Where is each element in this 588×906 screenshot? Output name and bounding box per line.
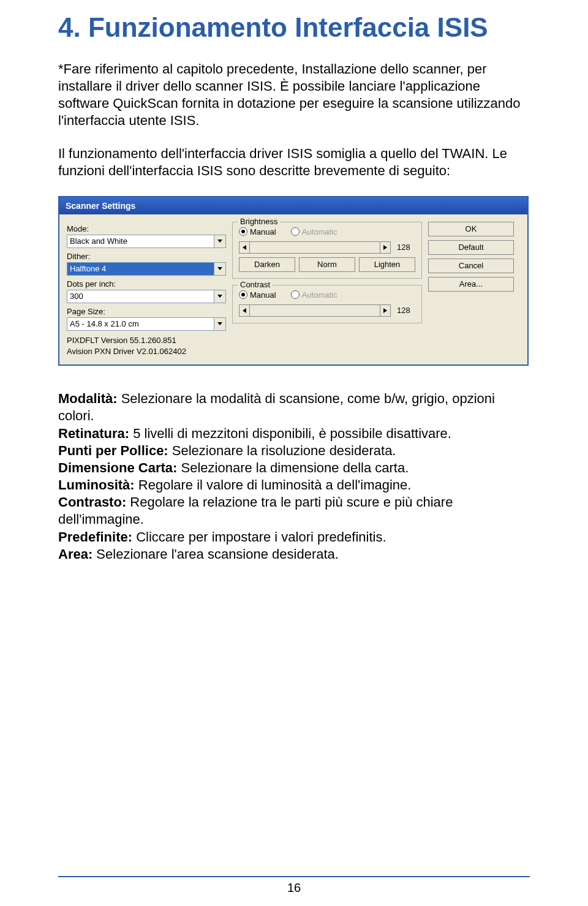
text-area: Selezionare l'area scansione desiderata. [92, 546, 339, 562]
svg-marker-3 [217, 322, 222, 325]
contrast-manual-label: Manual [250, 290, 276, 300]
svg-marker-0 [217, 240, 222, 243]
default-button[interactable]: Default [428, 240, 514, 255]
pagesize-dropdown[interactable]: A5 - 14.8 x 21.0 cm [67, 317, 226, 331]
ok-button[interactable]: OK [428, 222, 514, 236]
radio-unchecked-icon [291, 227, 300, 236]
brightness-manual-label: Manual [250, 227, 276, 236]
chevron-down-icon[interactable] [214, 290, 225, 303]
scanner-settings-dialog: Scanner Settings Mode: Black and White D… [58, 196, 529, 366]
dpi-dropdown[interactable]: 300 [67, 290, 226, 303]
text-dimensione: Selezionare la dimensione della carta. [177, 460, 409, 475]
darken-button[interactable]: Darken [239, 257, 295, 272]
norm-button[interactable]: Norm [299, 257, 355, 272]
contrast-value: 128 [394, 306, 415, 315]
footer-divider [58, 876, 530, 877]
contrast-title: Contrast [238, 280, 273, 289]
mode-dropdown[interactable]: Black and White [67, 235, 226, 248]
term-retinatura: Retinatura: [58, 426, 129, 441]
term-modalita: Modalità: [58, 391, 118, 406]
dialog-title: Scanner Settings [59, 197, 527, 214]
pagesize-label: Page Size: [67, 307, 226, 316]
page-number: 16 [58, 881, 530, 895]
mode-label: Mode: [67, 224, 226, 233]
version-line-1: PIXDFLT Version 55.1.260.851 [67, 336, 226, 346]
svg-marker-2 [217, 295, 222, 298]
arrow-right-icon[interactable] [380, 242, 390, 253]
brightness-auto-radio[interactable]: Automatic [291, 227, 337, 236]
brightness-group: Brightness Manual Automatic [232, 222, 422, 279]
svg-marker-7 [383, 308, 387, 313]
page-footer: 16 [58, 871, 530, 895]
term-area: Area: [58, 546, 92, 562]
svg-marker-4 [243, 245, 246, 250]
svg-marker-1 [217, 267, 222, 270]
definitions-block: Modalità: Selezionare la modalità di sca… [58, 390, 530, 563]
text-retinatura: 5 livelli di mezzitoni disponibili, è po… [129, 426, 451, 441]
version-line-2: Avision PXN Driver V2.01.062402 [67, 347, 226, 357]
text-luminosita: Regolare il valore di luminosità a dell'… [135, 477, 412, 493]
svg-marker-5 [383, 245, 387, 250]
term-luminosita: Luminosità: [58, 477, 135, 493]
contrast-auto-radio[interactable]: Automatic [291, 290, 337, 300]
contrast-auto-label: Automatic [302, 290, 337, 300]
term-predefinite: Predefinite: [58, 529, 132, 545]
term-dimensione: Dimensione Carta: [58, 460, 177, 475]
cancel-button[interactable]: Cancel [428, 259, 514, 273]
term-ppp: Punti per Pollice: [58, 443, 168, 458]
dither-label: Dither: [67, 252, 226, 261]
chevron-down-icon[interactable] [214, 263, 225, 275]
dither-value: Halftone 4 [67, 263, 214, 275]
svg-marker-6 [243, 308, 246, 313]
contrast-slider[interactable] [239, 304, 391, 317]
dpi-value: 300 [67, 290, 214, 303]
brightness-auto-label: Automatic [302, 227, 337, 236]
paragraph-1: *Fare riferimento al capitolo precedente… [58, 61, 530, 130]
text-modalita: Selezionare la modalità di scansione, co… [58, 391, 495, 423]
brightness-title: Brightness [238, 217, 280, 226]
paragraph-2: Il funzionamento dell'interfaccia driver… [58, 145, 530, 179]
text-predefinite: Cliccare per impostare i valori predefin… [132, 529, 386, 545]
chevron-down-icon[interactable] [214, 235, 225, 247]
dither-dropdown[interactable]: Halftone 4 [67, 262, 226, 276]
brightness-manual-radio[interactable]: Manual [239, 227, 276, 236]
radio-checked-icon [239, 227, 247, 236]
text-ppp: Selezionare la risoluzione desiderata. [168, 443, 396, 458]
arrow-left-icon[interactable] [239, 242, 250, 253]
chevron-down-icon[interactable] [214, 318, 225, 330]
arrow-right-icon[interactable] [380, 305, 390, 316]
radio-unchecked-icon [291, 290, 300, 299]
contrast-manual-radio[interactable]: Manual [239, 290, 276, 300]
section-heading: 4. Funzionamento Interfaccia ISIS [58, 12, 530, 43]
lighten-button[interactable]: Lighten [359, 257, 415, 272]
dpi-label: Dots per inch: [67, 279, 226, 289]
brightness-value: 128 [394, 243, 415, 252]
term-contrasto: Contrasto: [58, 494, 126, 510]
mode-value: Black and White [67, 235, 214, 247]
radio-checked-icon [239, 290, 247, 299]
area-button[interactable]: Area... [428, 277, 514, 292]
pagesize-value: A5 - 14.8 x 21.0 cm [67, 318, 214, 330]
contrast-group: Contrast Manual Automatic [232, 285, 422, 323]
brightness-slider[interactable] [239, 241, 391, 254]
arrow-left-icon[interactable] [239, 305, 250, 316]
